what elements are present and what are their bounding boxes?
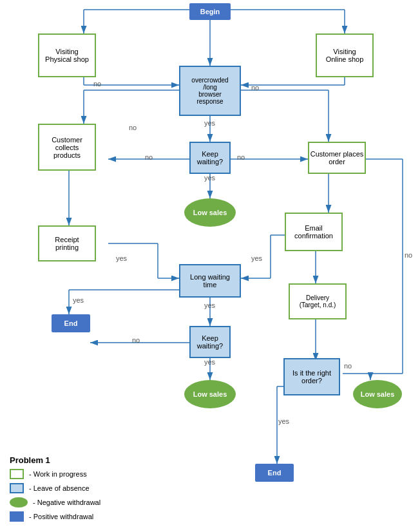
flowchart-diagram: Begin Visiting Physical shop VisitingOnl… — [0, 0, 420, 532]
legend-icon-positive — [10, 511, 24, 522]
long-waiting-node: Long waiting time — [179, 264, 241, 298]
end-1-node: End — [52, 314, 90, 332]
label-no3: no — [145, 153, 153, 161]
low-sales-1-node: Low sales — [184, 198, 236, 227]
legend-title: Problem 1 — [10, 455, 100, 465]
label-yes6: yes — [204, 301, 215, 309]
label-yes1: yes — [204, 119, 215, 127]
legend-icon-work — [10, 469, 24, 479]
label-yes5: yes — [73, 296, 84, 304]
low-sales-3-node: Low sales — [353, 380, 402, 408]
customer-places-order-node: Customer places order — [308, 142, 366, 174]
legend-item-positive: - Positive withdrawal — [10, 511, 100, 522]
overcrowded-node: overcrowded /long browser response — [179, 66, 241, 116]
legend-item-work: - Work in progress — [10, 469, 100, 479]
end-2-node: End — [255, 464, 294, 482]
is-right-order-node: Is it the right order? — [283, 358, 340, 395]
legend-item-leave: - Leave of absence — [10, 483, 100, 493]
label-yes3: yes — [116, 254, 127, 262]
keep-waiting-2-node: Keep waiting? — [189, 326, 231, 358]
label-no6: no — [344, 362, 352, 370]
legend-item-negative: - Negative withdrawal — [10, 497, 100, 508]
visiting-online-node: VisitingOnline shop — [316, 33, 374, 77]
label-yes8: yes — [278, 417, 289, 425]
legend: Problem 1 - Work in progress - Leave of … — [10, 455, 100, 526]
label-no-left: no — [93, 80, 101, 88]
legend-icon-leave — [10, 483, 24, 493]
receipt-printing-node: Receipt printing — [38, 225, 96, 261]
delivery-node: Delivery (Target, n.d.) — [289, 283, 347, 319]
legend-icon-negative — [10, 497, 28, 508]
label-no1: no — [129, 124, 137, 131]
label-no4: no — [237, 153, 245, 161]
label-yes2: yes — [204, 174, 215, 182]
label-no5: no — [132, 336, 140, 344]
label-yes7: yes — [204, 358, 215, 366]
keep-waiting-1-node: Keep waiting? — [189, 142, 231, 174]
label-no7: no — [405, 251, 412, 259]
label-no2: no — [251, 84, 259, 91]
email-confirmation-node: Email confirmation — [285, 213, 343, 251]
low-sales-2-node: Low sales — [184, 380, 236, 408]
visiting-physical-node: Visiting Physical shop — [38, 33, 96, 77]
customer-collects-node: Customer collects products — [38, 124, 96, 171]
begin-node: Begin — [189, 3, 231, 20]
label-yes4: yes — [251, 254, 262, 262]
